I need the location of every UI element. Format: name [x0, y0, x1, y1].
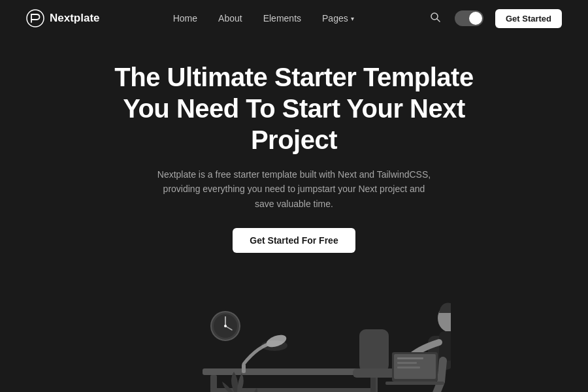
nav-cta-button[interactable]: Get Started	[495, 9, 562, 28]
nav-elements[interactable]: Elements	[263, 13, 301, 24]
logo-text: Nextplate	[50, 12, 100, 25]
svg-line-2	[437, 19, 440, 22]
hero-section: The Ultimate Starter Template You Need T…	[0, 37, 588, 392]
svg-point-26	[261, 340, 287, 351]
nav-links: Home About Elements Pages ▾	[173, 12, 354, 24]
svg-point-31	[224, 325, 227, 327]
theme-toggle[interactable]	[455, 10, 483, 26]
search-button[interactable]	[427, 9, 443, 27]
svg-rect-20	[397, 357, 423, 359]
svg-rect-10	[370, 378, 376, 392]
nav-about[interactable]: About	[218, 13, 242, 24]
logo-icon	[26, 9, 44, 27]
nav-right: Get Started	[427, 9, 562, 28]
hero-title: The Ultimate Starter Template You Need T…	[111, 61, 477, 155]
desk-scene-svg	[137, 267, 451, 392]
svg-rect-8	[359, 329, 389, 372]
logo[interactable]: Nextplate	[26, 9, 100, 27]
svg-point-0	[27, 10, 44, 27]
navbar: Nextplate Home About Elements Pages ▾ Ge…	[0, 0, 588, 37]
svg-rect-23	[385, 382, 444, 385]
chevron-down-icon: ▾	[351, 15, 354, 22]
hero-illustration	[137, 267, 451, 392]
nav-pages-dropdown[interactable]: Pages ▾	[322, 13, 354, 24]
search-icon	[430, 12, 440, 22]
svg-rect-9	[353, 368, 395, 378]
hero-subtitle: Nextplate is a free starter template bui…	[157, 167, 431, 211]
toggle-knob	[469, 12, 482, 25]
svg-rect-21	[397, 362, 417, 364]
svg-rect-14	[439, 331, 451, 361]
nav-home[interactable]: Home	[173, 13, 197, 24]
svg-rect-22	[397, 367, 420, 368]
hero-cta-button[interactable]: Get Started For Free	[233, 228, 355, 253]
